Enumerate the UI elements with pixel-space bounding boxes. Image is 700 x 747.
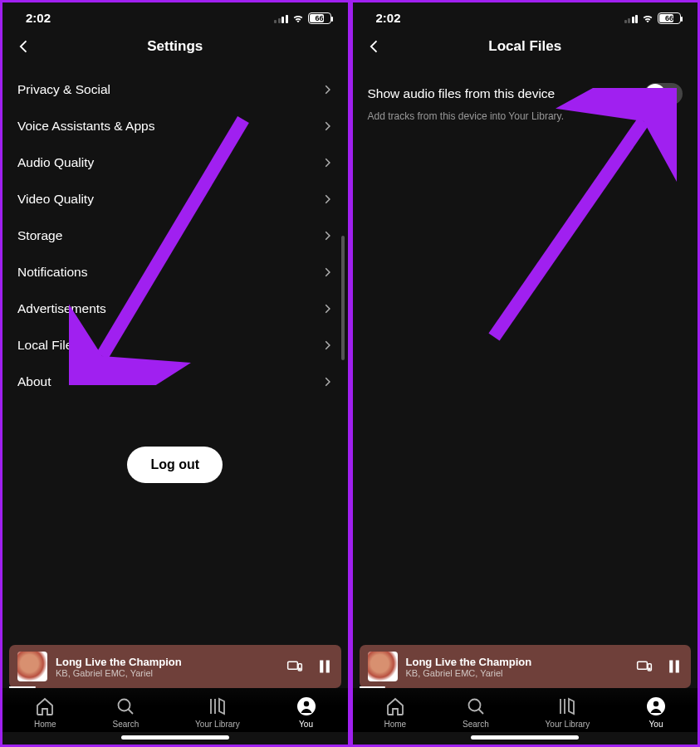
phone-settings: 2:02 66 Settings Privacy & Social Voice … — [0, 0, 350, 747]
pause-icon[interactable] — [666, 657, 683, 676]
nav-label: You — [649, 720, 663, 729]
track-title: Long Live the Champion — [56, 656, 278, 668]
nav-label: Home — [34, 720, 56, 729]
search-icon — [115, 696, 135, 716]
svg-point-6 — [119, 700, 130, 711]
user-icon — [296, 696, 316, 716]
settings-item-audio-quality[interactable]: Audio Quality — [2, 144, 348, 181]
album-art — [17, 652, 47, 681]
playback-progress — [360, 686, 386, 689]
svg-point-3 — [299, 668, 300, 669]
pause-icon[interactable] — [316, 657, 333, 676]
track-artist: KB, Gabriel EMC, Yariel — [406, 668, 629, 678]
home-icon — [35, 696, 55, 716]
nav-search[interactable]: Search — [113, 696, 140, 729]
status-bar: 2:02 66 — [353, 2, 698, 30]
svg-rect-16 — [669, 661, 673, 673]
phone-local-files: 2:02 66 Local Files Show audio files fro… — [350, 0, 701, 747]
logout-button[interactable]: Log out — [127, 447, 223, 483]
library-icon — [557, 696, 577, 716]
nav-label: Search — [463, 720, 489, 729]
home-indicator[interactable] — [471, 735, 579, 740]
search-icon — [466, 696, 486, 716]
settings-item-storage[interactable]: Storage — [2, 217, 348, 254]
home-indicator[interactable] — [121, 735, 229, 740]
now-playing-info: Long Live the Champion KB, Gabriel EMC, … — [56, 656, 278, 678]
user-icon — [646, 696, 666, 716]
header: Settings — [2, 30, 348, 71]
settings-item-notifications[interactable]: Notifications — [2, 254, 348, 290]
svg-rect-5 — [326, 661, 329, 673]
wifi-icon — [291, 13, 305, 23]
nav-label: Home — [384, 720, 406, 729]
nav-you[interactable]: You — [646, 696, 666, 729]
nav-library[interactable]: Your Library — [546, 696, 590, 729]
battery-icon: 66 — [658, 12, 681, 24]
page-title: Settings — [34, 38, 316, 55]
clock: 2:02 — [376, 11, 401, 25]
cell-signal-icon — [274, 13, 288, 23]
svg-rect-4 — [320, 661, 323, 673]
header: Local Files — [353, 30, 698, 71]
settings-item-label: Storage — [17, 228, 62, 243]
status-icons: 66 — [624, 12, 682, 24]
chevron-right-icon — [321, 157, 333, 168]
svg-line-12 — [494, 121, 644, 337]
cell-signal-icon — [624, 13, 639, 23]
chevron-right-icon — [321, 376, 333, 388]
settings-item-voice-assistants[interactable]: Voice Assistants & Apps — [2, 108, 348, 144]
svg-rect-1 — [287, 662, 297, 669]
status-icons: 66 — [274, 12, 331, 24]
settings-item-video-quality[interactable]: Video Quality — [2, 181, 348, 217]
status-bar: 2:02 66 — [2, 2, 348, 30]
settings-item-privacy-social[interactable]: Privacy & Social — [2, 71, 348, 108]
chevron-right-icon — [321, 230, 333, 242]
chevron-right-icon — [321, 303, 333, 315]
chevron-right-icon — [321, 120, 333, 132]
nav-home[interactable]: Home — [384, 696, 406, 729]
toggle-label: Show audio files from this device — [368, 86, 556, 101]
settings-item-label: About — [17, 374, 51, 389]
toggle-description: Add tracks from this device into Your Li… — [353, 110, 698, 134]
nav-label: You — [299, 720, 313, 729]
back-button[interactable] — [14, 37, 34, 56]
bottom-nav: Home Search Your Library You — [2, 688, 348, 732]
now-playing-bar[interactable]: Long Live the Champion KB, Gabriel EMC, … — [360, 645, 692, 688]
svg-point-15 — [649, 668, 650, 669]
show-audio-files-toggle[interactable] — [644, 83, 683, 105]
nav-home[interactable]: Home — [34, 696, 56, 729]
chevron-left-icon — [16, 38, 32, 55]
now-playing-info: Long Live the Champion KB, Gabriel EMC, … — [406, 656, 629, 678]
nav-label: Search — [113, 720, 140, 729]
svg-rect-17 — [676, 661, 679, 673]
settings-list: Privacy & Social Voice Assistants & Apps… — [2, 71, 348, 645]
settings-item-advertisements[interactable]: Advertisements — [2, 290, 348, 327]
nav-library[interactable]: Your Library — [195, 696, 240, 729]
svg-line-7 — [129, 710, 134, 715]
track-artist: KB, Gabriel EMC, Yariel — [56, 668, 278, 678]
settings-item-label: Privacy & Social — [17, 82, 110, 97]
chevron-right-icon — [321, 84, 333, 95]
settings-item-label: Voice Assistants & Apps — [17, 119, 154, 134]
devices-icon[interactable] — [286, 658, 303, 675]
toggle-knob — [645, 84, 665, 104]
svg-point-18 — [468, 700, 480, 711]
back-button[interactable] — [365, 37, 384, 56]
settings-item-label: Audio Quality — [17, 155, 94, 170]
now-playing-bar[interactable]: Long Live the Champion KB, Gabriel EMC, … — [9, 645, 341, 688]
settings-item-label: Local Files — [17, 338, 79, 353]
scrollbar[interactable] — [341, 236, 345, 360]
nav-you[interactable]: You — [296, 696, 316, 729]
settings-item-local-files[interactable]: Local Files — [2, 327, 348, 364]
devices-icon[interactable] — [636, 658, 653, 675]
chevron-right-icon — [321, 266, 333, 278]
chevron-right-icon — [321, 339, 333, 351]
local-files-content: Show audio files from this device Add tr… — [353, 71, 698, 645]
library-icon — [208, 696, 228, 716]
svg-point-11 — [303, 701, 308, 706]
page-title: Local Files — [384, 38, 667, 55]
settings-item-label: Video Quality — [17, 192, 94, 207]
nav-search[interactable]: Search — [463, 696, 489, 729]
settings-item-about[interactable]: About — [2, 364, 348, 400]
album-art — [368, 652, 398, 681]
